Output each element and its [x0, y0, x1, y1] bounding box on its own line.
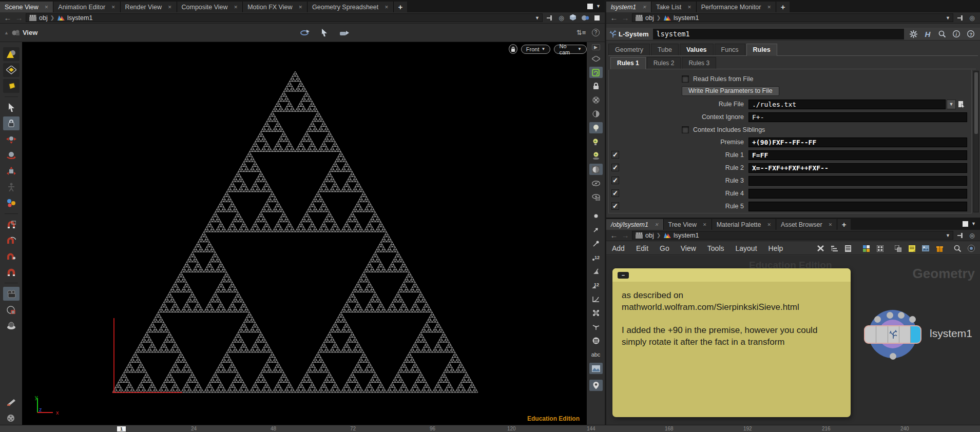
help-icon[interactable]: ? [966, 29, 976, 39]
tab-animation-editor[interactable]: Animation Editor✕ [53, 2, 120, 12]
tab-geometry-spreadsheet[interactable]: Geometry Spreadsheet✕ [308, 2, 394, 12]
no-lighting-icon[interactable] [589, 94, 603, 106]
radial-menu-icon[interactable]: ◎ [556, 13, 566, 23]
pane-maximize-icon[interactable] [963, 221, 968, 227]
breadcrumb-node[interactable]: lsystem1 [674, 14, 699, 22]
close-icon[interactable]: ✕ [168, 5, 172, 10]
network-canvas[interactable]: Education Edition Geometry – as describe… [606, 256, 980, 425]
viewport-lock-icon[interactable] [509, 44, 517, 54]
current-frame-marker[interactable]: 1 [117, 426, 126, 431]
close-icon[interactable]: ✕ [45, 5, 49, 10]
path-dropdown-icon[interactable]: ▼ [946, 233, 950, 238]
geometry-cube-icon[interactable] [568, 13, 578, 23]
context-ignore-field[interactable] [748, 112, 967, 122]
secure-selection-icon[interactable] [3, 116, 20, 130]
snap-point-magnet-icon[interactable] [3, 249, 20, 263]
new-tab-button[interactable]: + [837, 219, 851, 230]
view-orbit-tool-icon[interactable] [299, 28, 311, 38]
breadcrumb-root[interactable]: obj [645, 232, 654, 239]
pane-anchor-icon[interactable]: ▲ [4, 30, 9, 35]
node-display-flag[interactable] [911, 326, 920, 343]
uv-layout-tool-icon[interactable] [3, 63, 20, 77]
rule5-checkbox[interactable]: ✓ [611, 202, 619, 210]
close-icon[interactable]: ✕ [111, 5, 116, 10]
radial-menu-icon[interactable]: ◎ [967, 231, 977, 240]
tab-motion-fx-view[interactable]: Motion FX View✕ [243, 2, 308, 12]
background-image-icon[interactable] [589, 363, 603, 374]
snap-curve-magnet-icon[interactable] [3, 233, 20, 247]
viewport-canvas[interactable]: Front▼ No cam▼ y x z Education Edition [22, 42, 587, 425]
tab-asset-browser[interactable]: Asset Browser✕ [776, 219, 837, 230]
rule2-field[interactable] [748, 163, 967, 173]
shadow-lighting-icon[interactable]: + [589, 150, 603, 161]
path-dropdown-icon[interactable]: ▼ [535, 15, 540, 21]
gear-icon[interactable] [908, 29, 918, 39]
back-arrow-icon[interactable]: ← [609, 231, 619, 240]
node-name-field[interactable] [653, 29, 904, 40]
tab-scene-view[interactable]: Scene View✕ [0, 2, 53, 12]
prim-numbers-icon[interactable]: 12 [589, 280, 603, 291]
color-palette-grid-icon[interactable] [860, 243, 872, 253]
show-display-operator-icon[interactable] [589, 67, 603, 78]
file-chooser-icon[interactable] [956, 99, 967, 109]
subtab-rules2[interactable]: Rules 2 [647, 57, 681, 69]
rule4-checkbox[interactable]: ✓ [611, 189, 619, 197]
tab-composite-view[interactable]: Composite View✕ [177, 2, 243, 12]
translate-tool-icon[interactable] [3, 132, 20, 146]
lsystem-node[interactable]: lsystem1 [860, 304, 978, 366]
tab-tree-view[interactable]: Tree View✕ [664, 219, 712, 230]
ghost-objects-icon[interactable] [589, 53, 603, 64]
take-notes-icon[interactable] [3, 395, 20, 409]
rule-file-field[interactable] [748, 100, 946, 109]
menu-layout[interactable]: Layout [730, 244, 763, 252]
node-connector-dot[interactable] [898, 312, 905, 319]
info-icon[interactable]: i [951, 29, 962, 39]
node-flag-segment[interactable] [865, 326, 876, 343]
select-arrow-tool-icon[interactable] [3, 101, 20, 114]
params-scrollbar[interactable] [973, 71, 979, 212]
path-dropdown-icon[interactable]: ▼ [946, 15, 950, 21]
light-tool-icon[interactable] [3, 319, 20, 332]
premise-field[interactable] [748, 138, 967, 147]
character-picker-icon[interactable] [3, 196, 20, 210]
close-icon[interactable]: ✕ [642, 5, 646, 10]
stow-bar-icon[interactable] [592, 13, 602, 23]
pane-menu-chevron-icon[interactable]: ▼ [971, 221, 976, 226]
back-arrow-icon[interactable]: ← [609, 13, 619, 22]
tab-performance-monitor[interactable]: Performance Monitor✕ [697, 2, 776, 12]
node-connector-dot[interactable] [874, 316, 881, 323]
menu-tools[interactable]: Tools [702, 244, 730, 252]
model-tool-icon[interactable] [3, 47, 20, 61]
material-ball-icon[interactable] [580, 13, 590, 23]
background-image-tool-icon[interactable] [920, 243, 931, 253]
camera-tool-icon[interactable] [3, 287, 20, 301]
snap-magnet-icon[interactable] [3, 265, 20, 279]
pin-pane-icon[interactable] [545, 13, 554, 23]
forward-arrow-icon[interactable]: → [621, 13, 630, 22]
preview-sphere-icon[interactable] [966, 243, 977, 253]
tab-network-path[interactable]: /obj/lsystem1✕ [606, 219, 664, 230]
rule1-checkbox[interactable]: ✓ [611, 151, 619, 159]
point-numbers-icon[interactable]: 12 [589, 252, 603, 263]
menu-edit[interactable]: Edit [630, 244, 654, 252]
rule5-field[interactable] [748, 202, 967, 211]
lock-camera-icon[interactable] [589, 81, 603, 92]
rule3-checkbox[interactable]: ✓ [611, 176, 619, 184]
menu-view[interactable]: View [675, 244, 702, 252]
rule4-field[interactable] [748, 189, 967, 199]
new-tab-button[interactable]: + [394, 2, 407, 12]
breadcrumb-node[interactable]: lsystem1 [67, 14, 92, 22]
pane-maximize-icon[interactable] [587, 4, 593, 9]
breadcrumb-node[interactable]: lsystem1 [674, 232, 699, 239]
abc-text-icon[interactable]: abc [589, 349, 603, 360]
close-icon[interactable]: ✕ [767, 5, 771, 10]
pane-menu-chevron-icon[interactable]: ▼ [596, 4, 601, 9]
pin-needle-icon[interactable] [589, 238, 603, 249]
group-box-icon[interactable] [589, 307, 603, 319]
node-connector-dot[interactable] [887, 312, 893, 319]
sticky-note-header[interactable]: – [612, 268, 851, 282]
tab-geometry[interactable]: Geometry [608, 44, 650, 55]
search-icon[interactable] [952, 243, 963, 253]
profile-curve-icon[interactable] [589, 293, 603, 305]
high-quality-lighting-icon[interactable]: + [589, 136, 603, 147]
